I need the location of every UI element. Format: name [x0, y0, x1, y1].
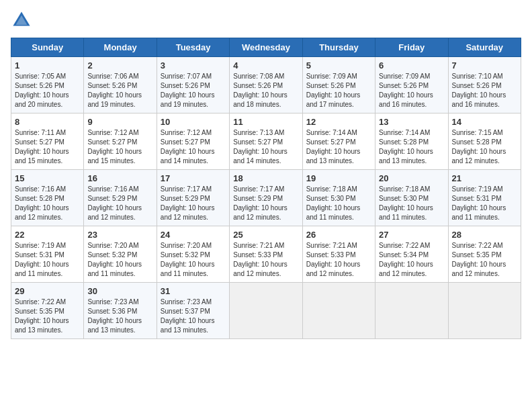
day-number: 1	[15, 60, 80, 71]
day-number: 11	[233, 117, 298, 127]
day-info: Sunrise: 7:17 AM Sunset: 5:29 PM Dayligh…	[161, 185, 226, 222]
day-of-week-header: Monday	[84, 38, 157, 57]
calendar-cell: 28Sunrise: 7:22 AM Sunset: 5:35 PM Dayli…	[448, 226, 521, 283]
calendar-cell: 14Sunrise: 7:15 AM Sunset: 5:28 PM Dayli…	[448, 113, 521, 170]
day-number: 19	[306, 173, 371, 183]
calendar-cell: 19Sunrise: 7:18 AM Sunset: 5:30 PM Dayli…	[302, 170, 375, 226]
day-number: 20	[379, 173, 444, 183]
day-info: Sunrise: 7:23 AM Sunset: 5:37 PM Dayligh…	[161, 298, 226, 335]
day-number: 30	[87, 286, 152, 296]
day-number: 9	[87, 117, 152, 127]
calendar-cell: 17Sunrise: 7:17 AM Sunset: 5:29 PM Dayli…	[157, 170, 229, 226]
calendar-cell	[448, 283, 521, 339]
day-number: 25	[233, 230, 298, 240]
day-number: 5	[306, 60, 371, 71]
day-number: 6	[379, 60, 444, 71]
day-info: Sunrise: 7:12 AM Sunset: 5:27 PM Dayligh…	[161, 128, 226, 166]
day-info: Sunrise: 7:07 AM Sunset: 5:26 PM Dayligh…	[161, 72, 226, 109]
day-number: 8	[15, 117, 80, 127]
day-info: Sunrise: 7:19 AM Sunset: 5:31 PM Dayligh…	[15, 241, 80, 279]
calendar-cell: 12Sunrise: 7:14 AM Sunset: 5:27 PM Dayli…	[302, 113, 375, 170]
day-info: Sunrise: 7:13 AM Sunset: 5:27 PM Dayligh…	[233, 128, 298, 166]
day-of-week-header: Thursday	[302, 38, 375, 57]
calendar-cell	[302, 283, 375, 339]
calendar-cell: 7Sunrise: 7:10 AM Sunset: 5:26 PM Daylig…	[448, 57, 521, 113]
day-info: Sunrise: 7:09 AM Sunset: 5:26 PM Dayligh…	[379, 72, 444, 109]
calendar-cell: 20Sunrise: 7:18 AM Sunset: 5:30 PM Dayli…	[375, 170, 448, 226]
calendar-cell: 18Sunrise: 7:17 AM Sunset: 5:29 PM Dayli…	[230, 170, 302, 226]
day-info: Sunrise: 7:08 AM Sunset: 5:26 PM Dayligh…	[233, 72, 298, 109]
calendar-cell	[375, 283, 448, 339]
day-number: 13	[379, 117, 444, 127]
day-info: Sunrise: 7:15 AM Sunset: 5:28 PM Dayligh…	[452, 128, 517, 166]
day-of-week-header: Tuesday	[157, 38, 229, 57]
day-info: Sunrise: 7:18 AM Sunset: 5:30 PM Dayligh…	[379, 185, 444, 222]
calendar-cell: 24Sunrise: 7:20 AM Sunset: 5:32 PM Dayli…	[157, 226, 229, 283]
day-number: 28	[452, 230, 517, 240]
day-info: Sunrise: 7:06 AM Sunset: 5:26 PM Dayligh…	[87, 72, 152, 109]
calendar-cell: 29Sunrise: 7:22 AM Sunset: 5:35 PM Dayli…	[11, 283, 84, 339]
calendar-header-row: SundayMondayTuesdayWednesdayThursdayFrid…	[11, 38, 521, 57]
day-number: 17	[161, 173, 226, 183]
calendar-cell: 21Sunrise: 7:19 AM Sunset: 5:31 PM Dayli…	[448, 170, 521, 226]
day-info: Sunrise: 7:05 AM Sunset: 5:26 PM Dayligh…	[15, 72, 80, 109]
calendar-cell: 27Sunrise: 7:22 AM Sunset: 5:34 PM Dayli…	[375, 226, 448, 283]
day-info: Sunrise: 7:16 AM Sunset: 5:29 PM Dayligh…	[87, 185, 152, 222]
day-info: Sunrise: 7:21 AM Sunset: 5:33 PM Dayligh…	[306, 241, 371, 279]
day-number: 10	[161, 117, 226, 127]
calendar-cell: 4Sunrise: 7:08 AM Sunset: 5:26 PM Daylig…	[230, 57, 302, 113]
calendar-cell: 25Sunrise: 7:21 AM Sunset: 5:33 PM Dayli…	[230, 226, 302, 283]
calendar-cell: 31Sunrise: 7:23 AM Sunset: 5:37 PM Dayli…	[157, 283, 229, 339]
day-number: 27	[379, 230, 444, 240]
day-info: Sunrise: 7:22 AM Sunset: 5:34 PM Dayligh…	[379, 241, 444, 279]
calendar-cell: 23Sunrise: 7:20 AM Sunset: 5:32 PM Dayli…	[84, 226, 157, 283]
day-number: 12	[306, 117, 371, 127]
day-number: 23	[87, 230, 152, 240]
calendar-cell: 30Sunrise: 7:23 AM Sunset: 5:36 PM Dayli…	[84, 283, 157, 339]
day-number: 24	[161, 230, 226, 240]
calendar-week-row: 8Sunrise: 7:11 AM Sunset: 5:27 PM Daylig…	[11, 113, 521, 170]
day-number: 22	[15, 230, 80, 240]
calendar-cell: 22Sunrise: 7:19 AM Sunset: 5:31 PM Dayli…	[11, 226, 84, 283]
calendar-cell: 6Sunrise: 7:09 AM Sunset: 5:26 PM Daylig…	[375, 57, 448, 113]
calendar-week-row: 15Sunrise: 7:16 AM Sunset: 5:28 PM Dayli…	[11, 170, 521, 226]
day-info: Sunrise: 7:12 AM Sunset: 5:27 PM Dayligh…	[87, 128, 152, 166]
day-number: 4	[233, 60, 298, 71]
day-info: Sunrise: 7:14 AM Sunset: 5:27 PM Dayligh…	[306, 128, 371, 166]
calendar-cell: 2Sunrise: 7:06 AM Sunset: 5:26 PM Daylig…	[84, 57, 157, 113]
day-number: 29	[15, 286, 80, 296]
calendar-cell: 13Sunrise: 7:14 AM Sunset: 5:28 PM Dayli…	[375, 113, 448, 170]
day-info: Sunrise: 7:09 AM Sunset: 5:26 PM Dayligh…	[306, 72, 371, 109]
day-number: 16	[87, 173, 152, 183]
calendar-cell: 1Sunrise: 7:05 AM Sunset: 5:26 PM Daylig…	[11, 57, 84, 113]
day-info: Sunrise: 7:16 AM Sunset: 5:28 PM Dayligh…	[15, 185, 80, 222]
day-number: 7	[452, 60, 517, 71]
calendar-cell: 10Sunrise: 7:12 AM Sunset: 5:27 PM Dayli…	[157, 113, 229, 170]
calendar-cell: 5Sunrise: 7:09 AM Sunset: 5:26 PM Daylig…	[302, 57, 375, 113]
day-info: Sunrise: 7:17 AM Sunset: 5:29 PM Dayligh…	[233, 185, 298, 222]
day-number: 3	[161, 60, 226, 71]
calendar-table: SundayMondayTuesdayWednesdayThursdayFrid…	[11, 38, 521, 339]
day-info: Sunrise: 7:19 AM Sunset: 5:31 PM Dayligh…	[452, 185, 517, 222]
day-info: Sunrise: 7:11 AM Sunset: 5:27 PM Dayligh…	[15, 128, 80, 166]
calendar-cell: 8Sunrise: 7:11 AM Sunset: 5:27 PM Daylig…	[11, 113, 84, 170]
day-of-week-header: Wednesday	[230, 38, 302, 57]
day-number: 14	[452, 117, 517, 127]
day-info: Sunrise: 7:22 AM Sunset: 5:35 PM Dayligh…	[15, 298, 80, 335]
calendar-cell: 11Sunrise: 7:13 AM Sunset: 5:27 PM Dayli…	[230, 113, 302, 170]
day-of-week-header: Friday	[375, 38, 448, 57]
day-number: 2	[87, 60, 152, 71]
calendar-week-row: 22Sunrise: 7:19 AM Sunset: 5:31 PM Dayli…	[11, 226, 521, 283]
calendar-cell: 16Sunrise: 7:16 AM Sunset: 5:29 PM Dayli…	[84, 170, 157, 226]
calendar-cell: 15Sunrise: 7:16 AM Sunset: 5:28 PM Dayli…	[11, 170, 84, 226]
day-info: Sunrise: 7:20 AM Sunset: 5:32 PM Dayligh…	[87, 241, 152, 279]
calendar-week-row: 1Sunrise: 7:05 AM Sunset: 5:26 PM Daylig…	[11, 57, 521, 113]
day-info: Sunrise: 7:22 AM Sunset: 5:35 PM Dayligh…	[452, 241, 517, 279]
calendar-cell	[230, 283, 302, 339]
day-of-week-header: Saturday	[448, 38, 521, 57]
day-info: Sunrise: 7:10 AM Sunset: 5:26 PM Dayligh…	[452, 72, 517, 109]
day-of-week-header: Sunday	[11, 38, 84, 57]
day-info: Sunrise: 7:20 AM Sunset: 5:32 PM Dayligh…	[161, 241, 226, 279]
logo	[11, 11, 31, 32]
calendar-cell: 3Sunrise: 7:07 AM Sunset: 5:26 PM Daylig…	[157, 57, 229, 113]
